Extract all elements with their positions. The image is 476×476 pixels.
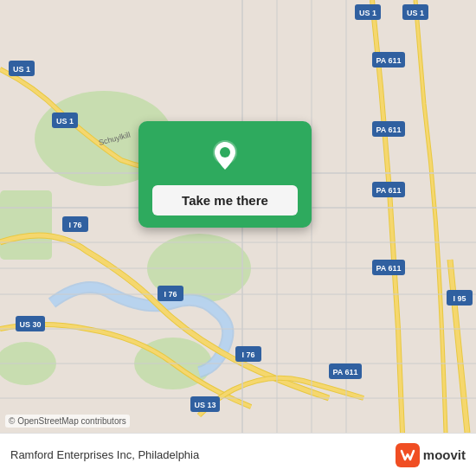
svg-text:I 76: I 76 bbox=[241, 351, 254, 359]
svg-text:PA 611: PA 611 bbox=[332, 368, 357, 376]
take-me-there-button[interactable]: Take me there bbox=[152, 185, 298, 215]
svg-text:US 1: US 1 bbox=[407, 9, 424, 17]
navigation-card: Take me there bbox=[138, 121, 312, 228]
moovit-icon bbox=[396, 443, 420, 467]
location-pin-icon bbox=[206, 137, 244, 175]
location-label: Ramford Enterprises Inc, Philadelphia bbox=[10, 448, 199, 461]
svg-text:PA 611: PA 611 bbox=[376, 264, 401, 273]
moovit-brand-text: moovit bbox=[423, 447, 466, 462]
svg-point-50 bbox=[220, 147, 230, 158]
svg-rect-3 bbox=[0, 190, 52, 260]
svg-text:PA 611: PA 611 bbox=[376, 125, 401, 134]
map-container: I 76 I 76 I 76 US 1 US 1 US 1 US 1 PA 61… bbox=[0, 0, 476, 433]
svg-text:US 1: US 1 bbox=[13, 65, 30, 74]
svg-text:I 76: I 76 bbox=[164, 290, 177, 299]
moovit-logo: moovit bbox=[396, 443, 466, 467]
svg-text:PA 611: PA 611 bbox=[376, 56, 401, 65]
svg-text:US 13: US 13 bbox=[194, 401, 215, 409]
bottom-bar: Ramford Enterprises Inc, Philadelphia mo… bbox=[0, 433, 476, 476]
svg-text:I 95: I 95 bbox=[453, 294, 466, 303]
svg-text:US 1: US 1 bbox=[56, 117, 74, 125]
svg-text:US 30: US 30 bbox=[19, 320, 41, 329]
copyright-text: © OpenStreetMap contributors bbox=[5, 415, 130, 428]
svg-text:US 1: US 1 bbox=[359, 9, 376, 17]
svg-text:PA 611: PA 611 bbox=[376, 186, 401, 195]
svg-text:I 76: I 76 bbox=[68, 221, 81, 229]
